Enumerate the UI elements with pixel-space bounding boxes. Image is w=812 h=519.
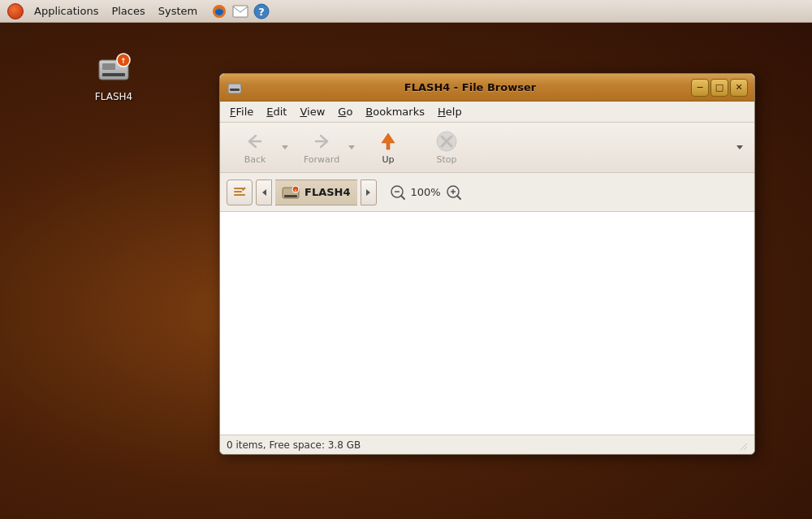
location-name-button[interactable]: ↑ FLASH4	[275, 179, 357, 205]
menu-help[interactable]: Help	[431, 104, 469, 119]
maximize-button[interactable]: □	[710, 79, 728, 97]
file-content-area[interactable]	[220, 212, 754, 435]
menu-file[interactable]: FFile	[223, 104, 260, 119]
back-icon	[244, 130, 266, 153]
ubuntu-logo[interactable]	[6, 2, 24, 20]
toolbar-dropdown-button[interactable]	[732, 130, 748, 166]
location-prev-button[interactable]	[256, 179, 272, 205]
svg-line-25	[401, 196, 404, 199]
menu-view[interactable]: View	[293, 104, 331, 119]
file-browser-window: FLASH4 - File Browser − □ ✕ FFile Edit V…	[219, 73, 755, 455]
up-button[interactable]: Up	[360, 127, 417, 168]
applications-menu[interactable]: Applications	[28, 3, 105, 19]
drive-svg: ↑	[94, 49, 133, 88]
svg-rect-7	[102, 63, 115, 70]
system-menu[interactable]: System	[152, 3, 204, 19]
menubar: FFile Edit View Go Bookmarks Help	[220, 102, 754, 123]
svg-rect-11	[230, 89, 240, 91]
svg-line-30	[741, 443, 747, 450]
resize-grip[interactable]	[736, 439, 748, 451]
zoom-level: 100%	[411, 186, 441, 198]
location-next-button[interactable]	[361, 179, 377, 205]
zoom-out-button[interactable]	[390, 184, 406, 201]
close-button[interactable]: ✕	[730, 79, 748, 97]
svg-rect-6	[102, 73, 125, 76]
zoom-in-button[interactable]	[446, 184, 462, 201]
window-drive-icon	[227, 80, 243, 96]
up-icon	[377, 130, 400, 153]
status-text: 0 items, Free space: 3.8 GB	[227, 439, 361, 451]
location-name-text: FLASH4	[304, 186, 351, 198]
help-icon[interactable]: ?	[253, 2, 270, 20]
mail-icon[interactable]	[231, 2, 249, 20]
minimize-button[interactable]: −	[691, 79, 709, 97]
svg-rect-16	[234, 191, 242, 192]
svg-text:↑: ↑	[294, 188, 297, 192]
menu-bookmarks[interactable]: Bookmarks	[359, 104, 431, 119]
svg-text:↑: ↑	[120, 57, 127, 65]
taskbar: Applications Places System ?	[0, 0, 812, 23]
flash4-icon-image: ↑	[94, 49, 133, 88]
back-button[interactable]: Back	[227, 127, 283, 168]
statusbar: 0 items, Free space: 3.8 GB	[220, 435, 754, 454]
toolbar-overflow	[732, 130, 748, 166]
svg-rect-17	[234, 194, 245, 196]
window-title: FLASH4 - File Browser	[249, 81, 691, 93]
flash4-desktop-icon[interactable]: ↑ FLASH4	[81, 49, 146, 102]
window-titlebar: FLASH4 - File Browser − □ ✕	[220, 74, 754, 102]
stop-icon	[435, 130, 458, 153]
forward-dropdown[interactable]	[345, 130, 358, 166]
back-label: Back	[244, 154, 266, 165]
menu-edit[interactable]: Edit	[260, 104, 293, 119]
forward-button[interactable]: Forward	[293, 127, 350, 168]
firefox-icon[interactable]	[210, 2, 228, 20]
desktop-icon-label: FLASH4	[95, 91, 132, 102]
forward-icon	[310, 130, 333, 153]
svg-line-29	[457, 196, 460, 199]
forward-label: Forward	[304, 154, 339, 165]
taskbar-icons: ?	[210, 2, 270, 20]
places-menu[interactable]: Places	[105, 3, 151, 19]
stop-button[interactable]: Stop	[418, 127, 475, 168]
toolbar: Back Forward Up	[220, 123, 754, 173]
stop-label: Stop	[436, 154, 456, 165]
location-edit-button[interactable]	[227, 179, 253, 205]
svg-rect-20	[284, 195, 297, 197]
zoom-area: 100%	[390, 184, 462, 201]
locationbar: ↑ FLASH4 100%	[220, 173, 754, 212]
window-controls: − □ ✕	[691, 79, 748, 97]
svg-line-31	[744, 447, 747, 450]
svg-text:?: ?	[258, 6, 265, 18]
menu-go[interactable]: Go	[331, 104, 359, 119]
svg-rect-2	[233, 6, 248, 17]
up-label: Up	[382, 154, 394, 165]
back-dropdown[interactable]	[279, 130, 292, 166]
svg-rect-15	[234, 188, 244, 189]
